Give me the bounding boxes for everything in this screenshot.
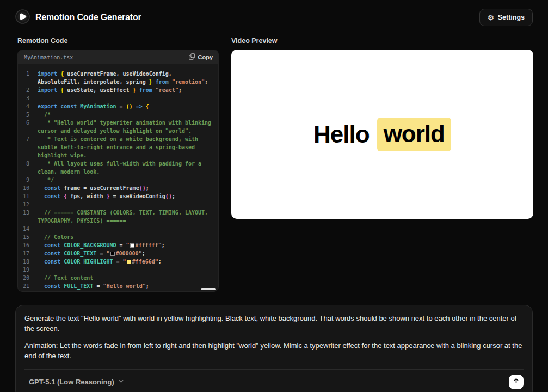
code-line-content: const COLOR_HIGHLIGHT = "#ffe66d"; — [38, 258, 215, 266]
chevron-down-icon — [118, 378, 124, 386]
prompt-paragraph: Animation: Let the words fade in from le… — [24, 341, 524, 362]
model-selector[interactable]: GPT-5.1 (Low Reasoning) — [29, 378, 124, 386]
line-number: 2 — [22, 86, 33, 94]
scrollbar-thumb[interactable] — [201, 288, 216, 290]
code-line: 16 const COLOR_BACKGROUND = "#ffffff"; — [22, 241, 215, 249]
preview-section-label: Video Preview — [231, 37, 533, 45]
code-line: 6 * "Hello world" typewriter animation w… — [22, 119, 215, 135]
code-line-content: const frame = useCurrentFrame(); — [38, 184, 215, 192]
code-line: 1import { useCurrentFrame, useVideoConfi… — [22, 70, 215, 86]
code-editor-panel: MyAnimation.tsx Copy 1import { useCurren… — [17, 50, 219, 292]
code-line: 8 * All layout uses full-width with padd… — [22, 160, 215, 176]
line-number: 8 — [22, 160, 33, 176]
code-line: 12 — [22, 200, 215, 209]
color-swatch — [110, 252, 115, 256]
submit-button[interactable] — [509, 375, 524, 389]
line-number: 3 — [22, 94, 33, 102]
prompt-paragraph: Generate the text "Hello world" with wor… — [24, 314, 524, 334]
gear-icon: ⚙ — [488, 14, 494, 21]
code-line: 19 — [22, 266, 215, 274]
code-scroll-area[interactable]: 1import { useCurrentFrame, useVideoConfi… — [18, 64, 218, 291]
code-line: 20 // Text content — [22, 274, 215, 282]
code-section-label: Remotion Code — [17, 37, 219, 45]
color-swatch — [127, 260, 131, 264]
code-lines: 1import { useCurrentFrame, useVideoConfi… — [22, 70, 215, 290]
code-line: 2import { useState, useEffect } from "re… — [22, 86, 215, 94]
code-line: 11 const { fps, width } = useVideoConfig… — [22, 192, 215, 200]
line-number: 6 — [22, 119, 33, 135]
copy-button-label: Copy — [198, 54, 213, 60]
line-number: 10 — [22, 184, 33, 192]
copy-icon — [189, 53, 195, 61]
remotion-logo-icon — [15, 9, 30, 26]
line-number: 4 — [22, 102, 33, 111]
code-line-content: */ — [38, 176, 215, 184]
code-line: 5 /* — [22, 111, 215, 119]
line-number: 20 — [22, 274, 33, 282]
line-number: 5 — [22, 111, 33, 119]
copy-button[interactable]: Copy — [189, 53, 213, 61]
page-title: Remotion Code Generator — [35, 13, 141, 22]
code-line-content: const COLOR_BACKGROUND = "#ffffff"; — [38, 241, 215, 249]
code-line: 15 // Colors — [22, 233, 215, 241]
code-line-content: * Text is centered on a white background… — [38, 135, 215, 160]
code-section: Remotion Code MyAnimation.tsx Copy 1impo… — [17, 37, 219, 292]
arrow-up-icon — [513, 377, 520, 386]
code-line-content: * "Hello world" typewriter animation wit… — [38, 119, 215, 135]
code-line-content: // Text content — [38, 274, 215, 282]
code-line: 17 const COLOR_TEXT = "#000000"; — [22, 249, 215, 258]
code-line: 9 */ — [22, 176, 215, 184]
line-number: 15 — [22, 233, 33, 241]
code-line-content: const FULL_TEXT = "Hello world"; — [38, 282, 215, 290]
preview-section: Video Preview Hello world — [231, 37, 533, 292]
line-number: 13 — [22, 209, 33, 225]
code-line-content: const COLOR_TEXT = "#000000"; — [38, 249, 215, 258]
code-line-content: import { useCurrentFrame, useVideoConfig… — [38, 70, 215, 86]
code-line-content — [38, 266, 215, 274]
preview-text: Hello world — [313, 118, 451, 151]
code-line-content: * All layout uses full-width with paddin… — [38, 160, 215, 176]
line-number: 9 — [22, 176, 33, 184]
line-number: 21 — [22, 282, 33, 290]
code-line: 7 * Text is centered on a white backgrou… — [22, 135, 215, 160]
model-selector-label: GPT-5.1 (Low Reasoning) — [29, 378, 114, 386]
code-line-content: // ====== CONSTANTS (COLORS, TEXT, TIMIN… — [38, 209, 215, 225]
code-line: 14 — [22, 225, 215, 233]
line-number: 18 — [22, 258, 33, 266]
prompt-footer: GPT-5.1 (Low Reasoning) — [24, 370, 524, 392]
code-line: 10 const frame = useCurrentFrame(); — [22, 184, 215, 192]
code-line-content: /* — [38, 111, 215, 119]
code-line-content: export const MyAnimation = () => { — [38, 102, 215, 111]
line-number: 12 — [22, 200, 33, 209]
code-line-content: import { useState, useEffect } from "rea… — [38, 86, 215, 94]
video-preview: Hello world — [231, 50, 533, 219]
code-line: 4export const MyAnimation = () => { — [22, 102, 215, 111]
code-line-content: const { fps, width } = useVideoConfig(); — [38, 192, 215, 200]
settings-button[interactable]: ⚙ Settings — [479, 9, 533, 26]
code-editor-header: MyAnimation.tsx Copy — [18, 50, 218, 64]
line-number: 11 — [22, 192, 33, 200]
preview-word-plain: Hello — [313, 121, 370, 148]
brand: Remotion Code Generator — [15, 9, 141, 26]
app-header: Remotion Code Generator ⚙ Settings — [0, 0, 548, 35]
line-number: 1 — [22, 70, 33, 86]
code-line: 21 const FULL_TEXT = "Hello world"; — [22, 282, 215, 290]
settings-button-label: Settings — [498, 14, 525, 21]
line-number: 19 — [22, 266, 33, 274]
code-line-content — [38, 200, 215, 209]
code-filename: MyAnimation.tsx — [24, 54, 73, 60]
code-line: 13 // ====== CONSTANTS (COLORS, TEXT, TI… — [22, 209, 215, 225]
line-number: 7 — [22, 135, 33, 160]
code-line: 3 — [22, 94, 215, 102]
main-content: Remotion Code MyAnimation.tsx Copy 1impo… — [0, 35, 548, 292]
line-number: 14 — [22, 225, 33, 233]
preview-word-highlighted: world — [377, 118, 451, 151]
prompt-input-panel[interactable]: Generate the text "Hello world" with wor… — [15, 305, 533, 392]
code-line-content: // Colors — [38, 233, 215, 241]
code-line-content — [38, 225, 215, 233]
color-swatch — [130, 243, 134, 248]
code-line: 18 const COLOR_HIGHLIGHT = "#ffe66d"; — [22, 258, 215, 266]
prompt-text[interactable]: Generate the text "Hello world" with wor… — [24, 314, 524, 361]
line-number: 17 — [22, 249, 33, 258]
line-number: 16 — [22, 241, 33, 249]
